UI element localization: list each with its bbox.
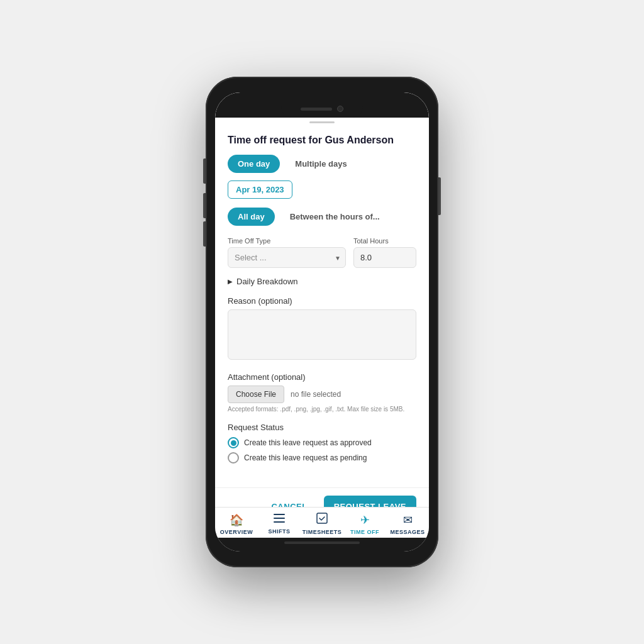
total-hours-group: Total Hours [353,237,416,268]
request-leave-button[interactable]: REQUEST LEAVE [324,496,416,507]
svg-rect-3 [317,513,327,523]
phone-screen: Time off request for Gus Anderson One da… [215,92,429,552]
notch [281,100,363,118]
reason-label: Reason (optional) [228,296,416,306]
reason-textarea[interactable] [228,309,416,360]
attachment-section: Attachment (optional) Choose File no fil… [228,372,416,413]
choose-file-button[interactable]: Choose File [228,386,284,403]
radio-approved-inner [231,440,236,446]
no-file-label: no file selected [291,390,341,399]
timeoff-icon: ✈ [360,513,370,527]
form-card: Time off request for Gus Anderson One da… [215,123,429,487]
svg-rect-0 [274,514,285,515]
time-off-type-select[interactable]: Select ... [228,247,346,268]
multiple-days-tab[interactable]: Multiple days [285,155,357,173]
nav-item-timesheets[interactable]: TIMESHEETS [301,513,343,535]
all-day-tab[interactable]: All day [228,208,275,226]
time-off-type-label: Time Off Type [228,237,346,245]
nav-label-timesheets: TIMESHEETS [303,529,342,535]
date-chip[interactable]: Apr 19, 2023 [228,180,292,199]
speaker [301,108,332,111]
scroll-content: Time off request for Gus Anderson One da… [215,118,429,507]
daily-breakdown-row[interactable]: ▶ Daily Breakdown [228,277,416,286]
nav-label-timeoff: TIME OFF [350,529,379,535]
phone-bottom [215,538,429,552]
home-indicator [284,541,360,544]
nav-item-shifts[interactable]: SHIFTS [258,513,301,535]
notch-area [215,92,429,118]
radio-pending-row[interactable]: Create this leave request as pending [228,452,416,464]
content-area: Time off request for Gus Anderson One da… [215,118,429,507]
radio-approved-row[interactable]: Create this leave request as approved [228,437,416,448]
attachment-label: Attachment (optional) [228,372,416,382]
daily-breakdown-label: Daily Breakdown [236,277,298,286]
action-row: CANCEL REQUEST LEAVE [215,487,429,507]
choose-file-row: Choose File no file selected [228,386,416,403]
fields-row: Time Off Type Select ... ▼ Total Hours [228,237,416,268]
bottom-nav: 🏠 OVERVIEW SHIFTS [215,507,429,538]
nav-label-overview: OVERVIEW [220,529,253,535]
svg-rect-1 [274,518,285,519]
total-hours-label: Total Hours [353,237,416,245]
request-status-label: Request Status [228,423,416,432]
file-hint: Accepted formats: .pdf, .png, .jpg, .gif… [228,406,416,413]
between-hours-tab[interactable]: Between the hours of... [280,208,390,226]
svg-rect-2 [274,521,285,523]
form-title: Time off request for Gus Anderson [228,135,416,146]
duration-toggle-row: One day Multiple days [228,155,416,173]
radio-pending-label: Create this leave request as pending [244,453,367,462]
one-day-tab[interactable]: One day [228,155,280,173]
radio-pending-outer [228,452,239,464]
radio-approved-label: Create this leave request as approved [244,438,372,447]
day-type-toggle-row: All day Between the hours of... [228,208,416,226]
time-off-type-group: Time Off Type Select ... ▼ [228,237,346,268]
nav-item-messages[interactable]: ✉ MESSAGES [386,513,429,535]
timesheets-icon [316,513,328,527]
cancel-button[interactable]: CANCEL [261,496,317,507]
nav-item-timeoff[interactable]: ✈ TIME OFF [343,513,386,535]
phone-frame: Time off request for Gus Anderson One da… [206,77,438,567]
camera [337,106,343,112]
total-hours-input[interactable] [353,247,416,268]
nav-item-overview[interactable]: 🏠 OVERVIEW [215,513,258,535]
home-icon: 🏠 [230,513,243,527]
request-status-section: Request Status Create this leave request… [228,423,416,464]
time-off-type-select-wrapper: Select ... ▼ [228,247,346,268]
top-hint [215,118,429,123]
messages-icon: ✉ [403,513,413,527]
nav-label-shifts: SHIFTS [268,528,290,535]
shifts-icon [274,513,285,526]
nav-label-messages: MESSAGES [390,529,425,535]
chevron-right-icon: ▶ [228,278,233,285]
radio-approved-outer [228,437,239,448]
